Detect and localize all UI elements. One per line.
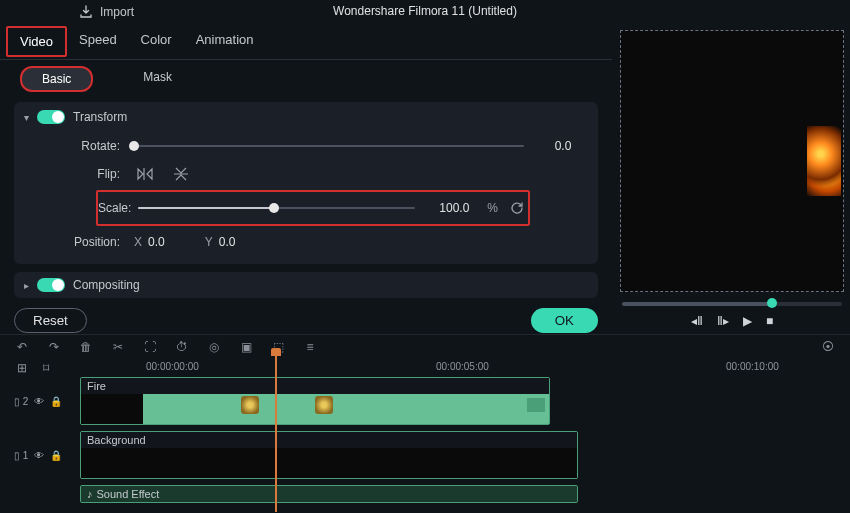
transform-title: Transform xyxy=(73,110,127,124)
music-icon: ♪ xyxy=(87,488,93,500)
compositing-section[interactable]: ▸ Compositing xyxy=(14,272,598,298)
position-y-value[interactable]: 0.0 xyxy=(219,235,236,249)
clip-fire-label: Fire xyxy=(87,380,106,392)
clip-thumb xyxy=(241,396,259,414)
flip-horizontal-icon[interactable] xyxy=(134,163,156,185)
chevron-right-icon[interactable]: ▸ xyxy=(24,280,29,291)
clip-sound-effect[interactable]: ♪Sound Effect xyxy=(80,485,578,503)
tab-mask[interactable]: Mask xyxy=(123,66,192,92)
import-button[interactable]: Import xyxy=(70,2,142,22)
transform-section: ▾ Transform Rotate: 0.0 Flip: xyxy=(14,102,598,264)
tab-video[interactable]: Video xyxy=(6,26,67,57)
rotate-label: Rotate: xyxy=(24,139,134,153)
clip-thumb xyxy=(315,396,333,414)
clip-sfx-label: Sound Effect xyxy=(97,488,160,500)
prev-frame-button[interactable]: ◂Ⅱ xyxy=(691,314,703,328)
green-screen-icon[interactable]: ▣ xyxy=(238,339,254,355)
flip-row: Flip: xyxy=(24,160,588,188)
position-x-value[interactable]: 0.0 xyxy=(148,235,165,249)
track-background: ▯ 1 👁 🔒 Background xyxy=(14,431,850,479)
ruler-t0: 00:00:00:00 xyxy=(146,361,199,372)
play-button[interactable]: ▶ xyxy=(743,314,752,328)
ruler-t1: 00:00:05:00 xyxy=(436,361,489,372)
position-label: Position: xyxy=(24,235,134,249)
crop-icon[interactable]: ⛶ xyxy=(142,339,158,355)
timeline-options-icon[interactable]: ⊞ xyxy=(14,360,30,376)
compositing-title: Compositing xyxy=(73,278,140,292)
time-ruler[interactable]: 00:00:00:00 00:00:05:00 00:00:10:00 xyxy=(146,359,850,377)
color-icon[interactable]: ◎ xyxy=(206,339,222,355)
tab-color[interactable]: Color xyxy=(129,26,184,57)
preview-content xyxy=(807,126,841,196)
tab-speed[interactable]: Speed xyxy=(67,26,129,57)
rotate-slider[interactable] xyxy=(134,145,524,147)
redo-icon[interactable]: ↷ xyxy=(46,339,62,355)
reset-scale-icon[interactable] xyxy=(506,197,528,219)
scale-unit: % xyxy=(487,201,498,215)
flip-label: Flip: xyxy=(24,167,134,181)
track-fire: ▯ 2 👁 🔒 Fire xyxy=(14,377,850,425)
settings-icon[interactable]: ≡ xyxy=(302,339,318,355)
stop-button[interactable]: ■ xyxy=(766,314,773,328)
track-index-2: ▯ 2 xyxy=(14,396,28,407)
preview-panel: ◂Ⅱ Ⅱ▸ ▶ ■ xyxy=(620,30,844,334)
tab-animation[interactable]: Animation xyxy=(184,26,266,57)
preview-canvas[interactable] xyxy=(620,30,844,292)
import-icon xyxy=(78,4,94,20)
properties-panel: Video Speed Color Animation Basic Mask ▾… xyxy=(0,24,612,334)
compositing-toggle[interactable] xyxy=(37,278,65,292)
position-y-label: Y xyxy=(205,235,213,249)
tab-basic[interactable]: Basic xyxy=(20,66,93,92)
ruler-t2: 00:00:10:00 xyxy=(726,361,779,372)
preview-progress[interactable] xyxy=(622,302,842,306)
undo-icon[interactable]: ↶ xyxy=(14,339,30,355)
scale-label: Scale: xyxy=(98,201,138,215)
lock-icon[interactable]: 🔒 xyxy=(50,396,62,407)
clip-bg-label: Background xyxy=(87,434,146,446)
reset-button[interactable]: Reset xyxy=(14,308,87,333)
clip-fire[interactable]: Fire xyxy=(80,377,550,425)
rotate-row: Rotate: 0.0 xyxy=(24,132,588,160)
delete-icon[interactable]: 🗑 xyxy=(78,339,94,355)
cut-icon[interactable]: ✂ xyxy=(110,339,126,355)
ok-button[interactable]: OK xyxy=(531,308,598,333)
property-tabs: Video Speed Color Animation xyxy=(0,24,612,60)
flip-vertical-icon[interactable] xyxy=(170,163,192,185)
clip-handle-icon[interactable] xyxy=(527,398,545,412)
track-sound-effect: ♪Sound Effect xyxy=(14,485,850,503)
sub-tabs: Basic Mask xyxy=(0,60,612,98)
timeline: ⊞ ⌑ 00:00:00:00 00:00:05:00 00:00:10:00 … xyxy=(0,359,850,513)
scale-value[interactable]: 100.0 xyxy=(429,201,479,215)
lock-icon[interactable]: 🔒 xyxy=(50,450,62,461)
visibility-icon[interactable]: 👁 xyxy=(34,396,44,407)
speed-icon[interactable]: ⏱ xyxy=(174,339,190,355)
app-title: Wondershare Filmora 11 (Untitled) xyxy=(333,4,517,18)
transform-toggle[interactable] xyxy=(37,110,65,124)
clip-background[interactable]: Background xyxy=(80,431,578,479)
playback-controls: ◂Ⅱ Ⅱ▸ ▶ ■ xyxy=(620,312,844,334)
record-icon[interactable]: ⦿ xyxy=(820,339,836,355)
scale-slider[interactable] xyxy=(138,207,415,209)
track-index-1: ▯ 1 xyxy=(14,450,28,461)
position-x-label: X xyxy=(134,235,142,249)
scale-row: Scale: 100.0 % xyxy=(98,194,528,222)
import-label: Import xyxy=(100,5,134,19)
position-row: Position: X 0.0 Y 0.0 xyxy=(24,228,588,256)
scale-highlight: Scale: 100.0 % xyxy=(96,190,530,226)
next-frame-button[interactable]: Ⅱ▸ xyxy=(717,314,729,328)
playhead[interactable] xyxy=(275,352,277,512)
chevron-down-icon[interactable]: ▾ xyxy=(24,112,29,123)
magnet-icon[interactable]: ⌑ xyxy=(38,360,54,376)
rotate-value[interactable]: 0.0 xyxy=(538,139,588,153)
visibility-icon[interactable]: 👁 xyxy=(34,450,44,461)
